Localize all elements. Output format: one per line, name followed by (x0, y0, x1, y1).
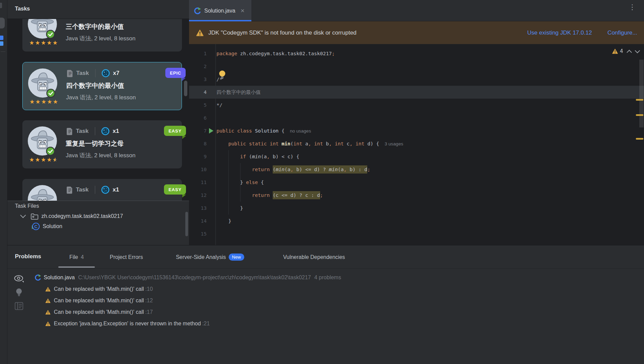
inspections-widget[interactable]: 4 (612, 48, 639, 54)
problem-row[interactable]: Can be replaced with 'Math.min()' call :… (7, 295, 644, 306)
completed-check-icon (46, 89, 55, 98)
problems-file-path: C:\Users\YBGK User\codegym\11536143\code… (78, 275, 311, 281)
inlay-usage-hint[interactable]: no usages (290, 128, 311, 134)
tool-window-stripe (0, 0, 7, 364)
codegym-file-icon (35, 274, 41, 281)
inspection-warning-count: 4 (620, 48, 623, 54)
tab-vulnerable-label: Vulnerable Dependencies (283, 254, 345, 260)
tab-project-errors-label: Project Errors (110, 254, 143, 260)
editor-scrollbar[interactable] (639, 60, 644, 127)
task-title: 三个数字中的最小值 (66, 22, 124, 31)
class-tree-row[interactable]: C Solution (32, 222, 62, 230)
kebab-menu-icon[interactable]: ⋮ (629, 5, 636, 9)
stripe-divider (1, 52, 5, 52)
tab-label: Solution.java (204, 8, 235, 14)
reward-multiplier: x1 (113, 186, 119, 193)
tasks-list[interactable]: 三个数字中的最小值 Java 语法, 2 level, 8 lesson ★★★… (7, 19, 189, 201)
task-title: 重复是一切学习之母 (66, 139, 124, 148)
difficulty-badge-easy: EASY (164, 184, 186, 195)
problems-file-count: 4 problems (314, 275, 341, 281)
task-type-label: Task (76, 70, 89, 77)
tab-solution-java[interactable]: Solution.java ✕ (189, 0, 251, 21)
warning-stripe-mark[interactable] (636, 99, 643, 101)
meta-separator (95, 127, 95, 135)
svg-text:C: C (34, 224, 38, 229)
task-type-label: Task (76, 128, 89, 135)
tab-server-side-analysis[interactable]: Server-Side Analysis New (164, 245, 256, 269)
tool-stripe-selected-indicator[interactable] (0, 18, 5, 28)
prev-problem-icon[interactable] (627, 49, 632, 55)
tasks-tool-icon-2[interactable] (0, 41, 3, 46)
use-existing-jdk-link[interactable]: Use existing JDK 17.0.12 (527, 29, 592, 36)
tool-stripe-icon-partial[interactable] (0, 3, 2, 8)
tab-file-count: 4 (81, 254, 84, 260)
dark-matter-icon (101, 186, 109, 194)
run-class-icon[interactable] (209, 128, 213, 134)
problems-tab-bar: Problems File 4 Project Errors Server-Si… (7, 245, 644, 269)
task-card-selected[interactable]: Task x7 EPIC 四个数字中的最小值 Java 语法, 2 level,… (22, 62, 182, 110)
tab-server-side-label: Server-Side Analysis (176, 254, 226, 260)
task-card[interactable]: Task x1 EASY (22, 179, 182, 201)
problems-panel: Problems File 4 Project Errors Server-Si… (7, 245, 644, 364)
robot-avatar (28, 185, 57, 201)
meta-separator (95, 69, 96, 77)
dark-matter-icon (102, 69, 110, 77)
warning-stripe-mark[interactable] (636, 114, 643, 116)
tab-project-errors[interactable]: Project Errors (103, 245, 150, 269)
problem-row[interactable]: Can be replaced with 'Math.min()' call :… (7, 306, 644, 318)
task-card[interactable]: Task x1 EASY 重复是一切学习之母 Java 语法, 2 level,… (22, 120, 182, 168)
task-type-label: Task (76, 186, 89, 193)
problem-text: Can be replaced with 'Math.min()' call (54, 309, 144, 315)
difficulty-badge-epic: EPIC (165, 68, 186, 78)
dark-matter-icon (101, 127, 109, 135)
reward-multiplier: x7 (113, 70, 120, 77)
warning-icon (196, 29, 204, 37)
package-tree-row[interactable]: zh.codegym.task.task02.task0217 (21, 213, 123, 220)
warning-icon (45, 286, 51, 292)
chevron-down-icon[interactable] (20, 213, 26, 218)
jdk-warning-banner: JDK "Codegym SDK" is not found on the di… (189, 21, 644, 44)
class-icon: C (32, 222, 40, 230)
problem-line-number: :17 (145, 309, 153, 315)
task-card[interactable]: 三个数字中的最小值 Java 语法, 2 level, 8 lesson ★★★… (22, 19, 182, 52)
task-subtitle: Java 语法, 2 level, 8 lesson (66, 94, 136, 101)
tab-close-icon[interactable]: ✕ (241, 8, 245, 14)
code-editor[interactable]: 123456789101112131415 package zh.codegym… (189, 44, 644, 245)
tab-file-label: File (69, 254, 78, 260)
problem-row[interactable]: Can be replaced with 'Math.min()' call :… (7, 283, 644, 295)
problem-line-number: :21 (202, 321, 210, 327)
problems-file-row[interactable]: Solution.java C:\Users\YBGK User\codegym… (7, 272, 644, 283)
problem-line-number: :12 (145, 298, 153, 304)
banner-message: JDK "Codegym SDK" is not found on the di… (208, 29, 356, 36)
problem-text: Can be replaced with 'Math.min()' call (54, 286, 144, 292)
configure-link[interactable]: Configure... (607, 29, 637, 36)
tasks-panel-header: Tasks (7, 0, 189, 19)
problem-text: Exception 'java.lang.Exception' is never… (54, 321, 201, 327)
tasks-tool-icon[interactable] (0, 36, 3, 40)
codegym-file-icon (194, 7, 201, 15)
task-rating: ★★★★★★ (29, 156, 58, 163)
reward-multiplier: x1 (113, 128, 119, 135)
tab-file[interactable]: File 4 (58, 245, 95, 269)
problems-file-name: Solution.java (44, 275, 75, 281)
code-lines[interactable]: package zh.codegym.task.task02.task0217;… (216, 47, 644, 240)
warning-icon (45, 321, 51, 326)
gutter-numbers[interactable]: 123456789101112131415 (189, 47, 215, 240)
class-name: Solution (43, 223, 62, 229)
warning-stripe-mark[interactable] (636, 138, 643, 140)
problem-row[interactable]: Exception 'java.lang.Exception' is never… (7, 318, 644, 329)
editor-tab-bar: Solution.java ✕ ⋮ (189, 0, 644, 21)
task-doc-icon (67, 69, 73, 77)
task-files-scrollbar[interactable] (185, 212, 188, 236)
intention-lightbulb-icon[interactable] (218, 70, 226, 80)
tasks-scrollbar[interactable] (184, 81, 187, 96)
new-badge: New (229, 254, 244, 261)
task-subtitle: Java 语法, 2 level, 8 lesson (66, 35, 136, 42)
warning-icon (45, 298, 51, 303)
next-problem-icon[interactable] (635, 48, 640, 53)
task-doc-icon (66, 186, 72, 194)
inlay-usage-hint[interactable]: 3 usages (385, 141, 403, 146)
task-doc-icon (66, 127, 72, 135)
package-folder-icon (30, 213, 39, 220)
tab-vulnerable-dependencies[interactable]: Vulnerable Dependencies (270, 245, 358, 269)
